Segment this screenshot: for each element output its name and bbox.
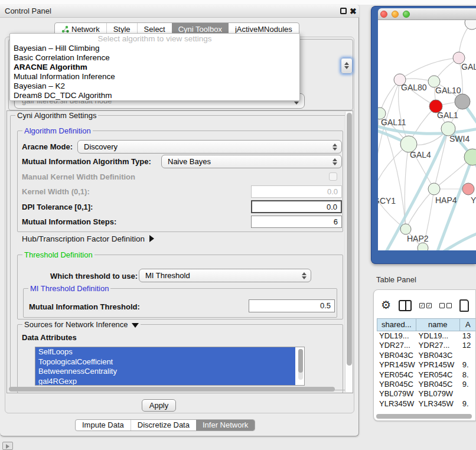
network-view[interactable]: GALGAL80GAL10GAL1GAL11SWI4GAL4GCY1HAP4YH… <box>378 20 476 250</box>
table-row[interactable]: YDR27...YDR27...12 <box>377 341 476 350</box>
close-icon[interactable]: ✖ <box>350 6 357 16</box>
table-horizontal-scrollbar[interactable] <box>376 414 475 419</box>
network-node-hap2[interactable] <box>400 224 411 234</box>
aracne-mode-combobox[interactable]: Discovery <box>77 140 342 154</box>
hide-panel-icon[interactable] <box>2 442 13 450</box>
apply-button[interactable]: Apply <box>142 399 176 412</box>
screen: Control Panel ✖ NetworkStyleSelectCyni T… <box>0 0 476 450</box>
algorithm-option[interactable]: Basic Correlation Inference <box>10 53 299 63</box>
hub-definition-toggle[interactable]: Hub/Transcription Factor Definition <box>22 234 154 243</box>
mi-threshold-input[interactable]: 0.5 <box>249 299 335 312</box>
data-attribute-item[interactable]: gal4RGexp <box>35 377 295 386</box>
table-row[interactable]: YDL19...YDL19...13 <box>377 331 476 341</box>
cyni-algorithm-settings-title: Cyni Algorithm Settings <box>15 111 98 120</box>
settings-vertical-scrollbar[interactable] <box>345 112 353 392</box>
network-node-salmon-node[interactable] <box>462 183 474 195</box>
column-header[interactable]: name <box>416 318 460 331</box>
algorithm-option[interactable]: Bayesian – Hill Climbing <box>10 44 299 53</box>
network-node-label: GCY1 <box>378 196 396 206</box>
table-toolbar: ⚙ ✓✓ <box>381 298 475 312</box>
mi-algorithm-type-combobox[interactable]: Naive Bayes <box>161 155 342 168</box>
dpi-tolerance-label: DPI Tolerance [0,1]: <box>22 203 93 211</box>
sources-title[interactable]: Sources for Network Inference <box>22 320 141 329</box>
table-cell: YBL079W <box>377 389 416 399</box>
desktop-top-strip <box>0 0 476 5</box>
data-attribute-item[interactable]: BetweennessCentrality <box>35 367 295 377</box>
mi-algorithm-type-value: Naive Bayes <box>168 157 211 166</box>
mi-threshold-label: Mutual Information Threshold: <box>29 302 140 311</box>
table-cell: YLR345W <box>416 399 460 406</box>
mac-close-icon[interactable] <box>380 11 387 18</box>
page-icon[interactable] <box>459 299 469 312</box>
control-panel-titlebar: Control Panel <box>0 5 359 18</box>
table-cell: YBR043C <box>377 351 416 360</box>
tab-label: Infer Network <box>203 420 248 431</box>
algorithm-option[interactable]: ARACNE Algorithm <box>10 63 299 72</box>
network-node-node-top[interactable] <box>465 20 476 30</box>
mi-steps-label: Mutual Information Steps: <box>22 217 116 226</box>
collapse-right-icon <box>149 235 154 242</box>
network-edge <box>442 233 476 250</box>
data-attributes-label: Data Attributes <box>22 333 77 342</box>
network-node-label: GAL <box>461 62 476 71</box>
data-attribute-item[interactable]: SelfLoops <box>35 347 295 357</box>
dpi-tolerance-value: 0.0 <box>327 203 337 211</box>
settings-horizontal-scrollbar[interactable] <box>8 386 344 393</box>
which-threshold-value: MI Threshold <box>145 271 190 280</box>
tab-discretize-data[interactable]: Discretize Data <box>131 420 196 431</box>
list-scrollbar[interactable] <box>298 349 303 380</box>
network-node-gray-node[interactable] <box>455 94 470 109</box>
data-attribute-item[interactable]: TopologicalCoefficient <box>35 357 295 367</box>
manual-kernel-checkbox[interactable] <box>329 172 337 181</box>
float-window-icon[interactable] <box>340 8 347 14</box>
spinner-arrows-icon <box>332 158 337 165</box>
algorithm-option[interactable]: Mutual Information Inference <box>10 72 299 81</box>
mi-steps-value: 6 <box>334 217 338 226</box>
network-window-titlebar[interactable] <box>378 8 476 20</box>
select-all-icon[interactable]: ✓✓ <box>419 303 432 308</box>
table-cell: YPR145W <box>377 360 416 370</box>
mi-threshold-definition-title: MI Threshold Definition <box>28 284 110 293</box>
tab-label: Impute Data <box>82 420 124 431</box>
table-cell: 12 <box>460 341 476 350</box>
kernel-width-input[interactable]: 0.0 <box>251 185 342 198</box>
column-header[interactable]: shared... <box>377 318 416 331</box>
table-row[interactable]: YBR043CYBR043C <box>377 351 476 360</box>
table-cell: 9. <box>460 360 476 370</box>
table-row[interactable]: YLR345WYLR345W9. <box>377 399 476 406</box>
table-cell: YDR27... <box>416 341 460 350</box>
hub-definition-label: Hub/Transcription Factor Definition <box>22 234 145 243</box>
which-threshold-combobox[interactable]: MI Threshold <box>139 269 311 282</box>
which-threshold-label: Which threshold to use: <box>50 272 138 281</box>
column-header[interactable]: A <box>460 318 476 331</box>
tab-infer-network[interactable]: Infer Network <box>196 420 255 431</box>
network-node-bottom-node[interactable] <box>418 243 428 250</box>
mi-steps-input[interactable]: 6 <box>251 216 342 228</box>
table-row[interactable]: YPR145WYPR145W9. <box>377 360 476 370</box>
settings-scroll-area: Cyni Algorithm Settings Algorithm Defini… <box>6 110 353 393</box>
network-node-label: SWI4 <box>449 134 470 144</box>
algorithm-option[interactable]: Dream8 DC_TDC Algorithm <box>10 91 299 100</box>
table-row[interactable]: YBL079WYBL079W <box>377 389 476 399</box>
gear-icon[interactable]: ⚙ <box>381 299 391 311</box>
network-graph[interactable]: GALGAL80GAL10GAL1GAL11SWI4GAL4GCY1HAP4YH… <box>378 20 476 250</box>
kernel-width-value: 0.0 <box>327 187 338 196</box>
column-layout-icon[interactable] <box>399 300 412 311</box>
network-node-hap4[interactable] <box>428 183 440 195</box>
data-attributes-list: SelfLoopsTopologicalCoefficientBetweenne… <box>35 347 305 386</box>
tab-impute-data[interactable]: Impute Data <box>76 420 131 431</box>
dpi-tolerance-input[interactable]: 0.0 <box>251 200 342 213</box>
table-row[interactable]: YBR045CYBR045C9. <box>377 380 476 389</box>
mac-zoom-icon[interactable] <box>403 11 410 18</box>
table-cell: 9. <box>460 380 476 389</box>
table-panel-card: ⚙ ✓✓ shared...nameA YDL19...YDL19...13YD… <box>373 289 476 421</box>
dropdown-placeholder: Select algorithm to view settings <box>10 34 299 44</box>
algorithm-combobox-spinner[interactable] <box>341 58 353 74</box>
mi-threshold-value: 0.5 <box>320 301 331 310</box>
table-panel-title: Table Panel <box>376 275 416 284</box>
aracne-mode-label: Aracne Mode: <box>22 142 73 151</box>
algorithm-option[interactable]: Bayesian – K2 <box>10 81 299 91</box>
table-row[interactable]: YER054CYER054C8. <box>377 370 476 380</box>
mac-minimize-icon[interactable] <box>392 11 399 18</box>
deselect-all-icon[interactable] <box>439 303 452 308</box>
